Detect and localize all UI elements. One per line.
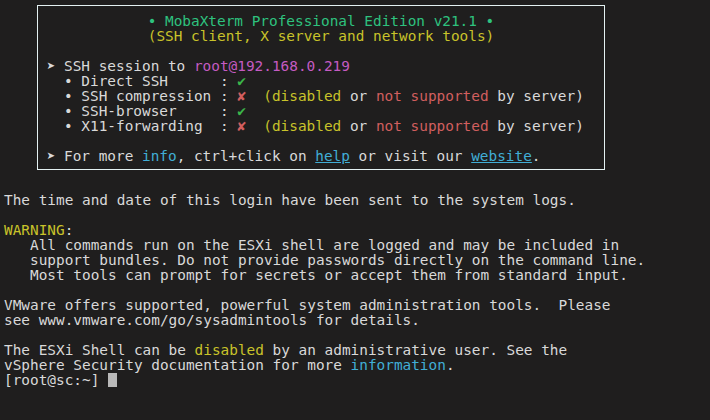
cross-icon: ✘ bbox=[237, 118, 246, 134]
warning-line: WARNING: bbox=[4, 223, 645, 238]
terminal-output: The time and date of this login have bee… bbox=[4, 193, 645, 388]
vmware-line: VMware offers supported, powerful system… bbox=[4, 298, 645, 313]
blank-line bbox=[4, 283, 645, 298]
feature-note-byserver: by server) bbox=[489, 88, 584, 104]
feature-label: • Direct SSH : bbox=[38, 73, 237, 89]
terminal-cursor[interactable] bbox=[108, 373, 117, 387]
banner-subtitle: (SSH client, X server and network tools) bbox=[38, 29, 604, 44]
cross-icon: ✘ bbox=[237, 88, 246, 104]
warning-colon: : bbox=[65, 222, 74, 238]
warning-body-line: support bundles. Do not provide password… bbox=[4, 253, 645, 268]
warning-body-line: Most tools can prompt for secrets or acc… bbox=[4, 268, 645, 283]
disabled-word: disabled bbox=[195, 342, 264, 358]
feature-note-byserver: by server) bbox=[489, 118, 584, 134]
esxi-line2-pre: vSphere Security documentation for more bbox=[4, 357, 351, 373]
blank-line bbox=[38, 134, 604, 149]
feature-row-ssh-compression: • SSH compression : ✘ (disabled or not s… bbox=[38, 89, 604, 104]
footer-suffix: . bbox=[532, 148, 541, 164]
blank-line bbox=[4, 328, 645, 343]
footer-mid1: , ctrl+click on bbox=[177, 148, 316, 164]
feature-label: • X11-forwarding : bbox=[38, 118, 237, 134]
feature-row-ssh-browser: • SSH-browser : ✔ bbox=[38, 104, 604, 119]
feature-note-notsupported: not supported bbox=[376, 88, 489, 104]
banner-footer-line: ➤ For more info, ctrl+click on help or v… bbox=[38, 149, 604, 164]
info-text: info bbox=[142, 148, 177, 164]
ssh-session-host: root@192.168.0.219 bbox=[194, 58, 350, 74]
feature-note-disabled: (disabled bbox=[246, 118, 341, 134]
terminal-screen: • MobaXterm Professional Edition v21.1 •… bbox=[0, 0, 710, 420]
feature-row-direct-ssh: • Direct SSH : ✔ bbox=[38, 74, 604, 89]
information-link[interactable]: information bbox=[351, 357, 446, 373]
esxi-line1-post: by an administrative user. See the bbox=[264, 342, 567, 358]
feature-row-x11-forwarding: • X11-forwarding : ✘ (disabled or not su… bbox=[38, 119, 604, 134]
esxi-line2-post: . bbox=[446, 357, 455, 373]
feature-note-or: or bbox=[341, 118, 376, 134]
feature-label: • SSH compression : bbox=[38, 88, 237, 104]
esxi-line1-pre: The ESXi Shell can be bbox=[4, 342, 195, 358]
shell-prompt: [root@sc:~] bbox=[4, 372, 108, 388]
warning-body-line: All commands run on the ESXi shell are l… bbox=[4, 238, 645, 253]
system-logs-line: The time and date of this login have bee… bbox=[4, 193, 645, 208]
footer-mid2: or visit our bbox=[350, 148, 471, 164]
help-link[interactable]: help bbox=[315, 148, 350, 164]
mobaxterm-banner-box: • MobaXterm Professional Edition v21.1 •… bbox=[37, 5, 605, 170]
check-icon: ✔ bbox=[237, 73, 246, 89]
vmware-line: see www.vmware.com/go/sysadmintools for … bbox=[4, 313, 645, 328]
ssh-session-line: ➤ SSH session to root@192.168.0.219 bbox=[38, 59, 604, 74]
prompt-line[interactable]: [root@sc:~] bbox=[4, 373, 645, 388]
esxi-shell-line: The ESXi Shell can be disabled by an adm… bbox=[4, 343, 645, 358]
website-link[interactable]: website bbox=[471, 148, 532, 164]
check-icon: ✔ bbox=[237, 103, 246, 119]
feature-note-or: or bbox=[341, 88, 376, 104]
vsphere-line: vSphere Security documentation for more … bbox=[4, 358, 645, 373]
feature-note-notsupported: not supported bbox=[376, 118, 489, 134]
banner-title: • MobaXterm Professional Edition v21.1 • bbox=[38, 14, 604, 29]
feature-label: • SSH-browser : bbox=[38, 103, 237, 119]
warning-label: WARNING bbox=[4, 222, 65, 238]
feature-note-disabled: (disabled bbox=[246, 88, 341, 104]
blank-line bbox=[4, 208, 645, 223]
ssh-session-prefix: ➤ SSH session to bbox=[38, 58, 194, 74]
footer-prefix: ➤ For more bbox=[38, 148, 142, 164]
blank-line bbox=[38, 44, 604, 59]
